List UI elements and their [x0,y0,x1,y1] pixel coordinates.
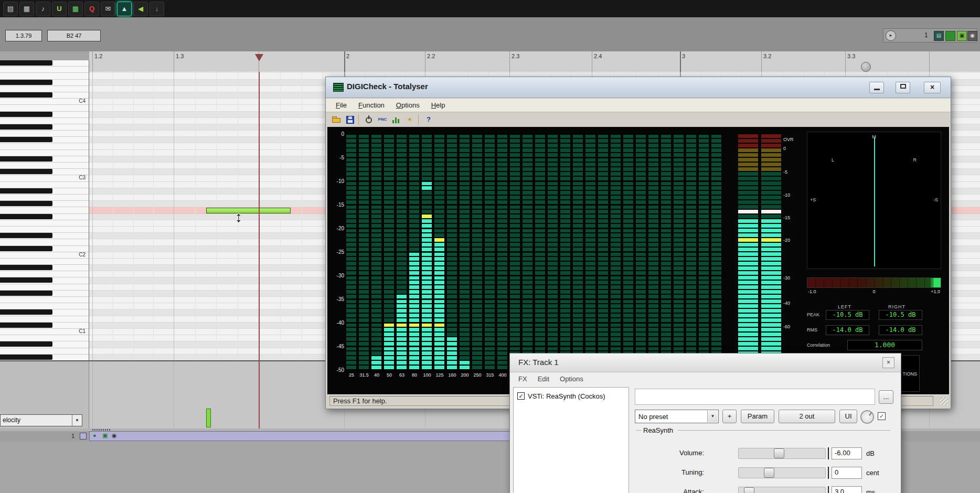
piano-key[interactable] [0,207,89,213]
piano-key[interactable] [0,150,89,156]
piano-key[interactable]: C3 [0,175,89,181]
piano-key[interactable] [0,233,89,239]
piano-key[interactable] [0,259,89,265]
piano-key[interactable] [0,201,89,207]
track-color-chip[interactable] [80,433,87,440]
piano-key[interactable]: C4 [0,99,89,105]
help-button[interactable]: ? [422,114,435,125]
piano-key-black[interactable] [0,291,52,296]
monitor-icon[interactable]: ◀ [133,2,148,16]
piano-key[interactable] [0,163,89,169]
midi-note[interactable] [206,208,291,213]
piano-key[interactable] [0,188,89,195]
slider-thumb[interactable] [764,468,774,478]
piano-key[interactable] [0,67,89,73]
brightness-button[interactable]: ☀ [403,114,416,125]
resize-grip[interactable] [940,397,948,405]
piano-key-black[interactable] [0,156,52,162]
track-media-lane[interactable]: ● ▣ ◉ [89,431,525,441]
lock-icon[interactable]: ▣ [957,31,967,41]
piano-key[interactable] [0,143,89,149]
lock-icon[interactable]: ▣ [102,432,108,439]
menu-help[interactable]: Help [425,99,451,112]
menu-function[interactable]: Function [353,99,390,112]
snap-magnet-icon[interactable]: U [52,2,67,16]
piano-key[interactable] [0,341,89,348]
record-arm-icon[interactable]: ● [93,432,97,438]
minimize-button[interactable] [869,82,884,93]
open-button[interactable] [330,114,343,125]
lane-resize-grip[interactable] [92,429,111,431]
menu-options[interactable]: Options [390,99,425,112]
piano-key[interactable] [0,271,89,277]
piano-key[interactable] [0,112,89,118]
piano-key-black[interactable] [0,309,52,315]
piano-key-black[interactable] [0,355,52,360]
piano-key-black[interactable] [0,112,52,117]
piano-key-black[interactable] [0,60,52,66]
piano-key[interactable] [0,335,89,341]
piano-key[interactable] [0,92,89,99]
piano-key[interactable] [0,105,89,111]
position-readout[interactable]: 1.3.79 [5,30,42,41]
piano-key[interactable] [0,214,89,220]
velocity-bar[interactable] [206,409,211,427]
slider-thumb[interactable] [774,448,784,458]
piano-key-black[interactable] [0,92,52,98]
piano-key[interactable] [0,156,89,163]
piano-key[interactable] [0,227,89,233]
scroll-knob[interactable] [861,62,871,72]
mic-icon[interactable]: ♪ [36,2,50,16]
piano-key[interactable] [0,284,89,291]
slider-thumb[interactable] [744,487,754,493]
param-value[interactable]: -6.00 [832,447,862,459]
piano-key-black[interactable] [0,341,52,347]
piano-key[interactable] [0,265,89,271]
piano-key[interactable] [0,182,89,188]
piano-key[interactable] [0,323,89,329]
piano-key-black[interactable] [0,265,52,270]
power-button[interactable] [363,114,375,125]
timeline-ruler[interactable]: 1.21.322.22.32.433.23.3 [89,51,980,73]
envelope-icon[interactable]: ✉ [101,2,115,16]
quantize-icon[interactable]: Q [84,2,99,16]
dock-play-button[interactable]: ▸ [886,30,896,41]
piano-key[interactable] [0,246,89,252]
piano-key[interactable] [0,169,89,175]
piano-key[interactable] [0,303,89,309]
record-input-icon[interactable]: ↓ [150,2,164,16]
eye-icon[interactable]: ◉ [967,31,977,41]
piano-key[interactable] [0,80,89,86]
piano-key-black[interactable] [0,169,52,174]
param-slider[interactable] [738,467,826,478]
piano-key[interactable] [0,86,89,92]
levels-button[interactable] [390,114,402,125]
item-list-icon[interactable]: ▤ [934,31,944,41]
eye-icon[interactable]: ◉ [112,432,117,439]
piano-key[interactable] [0,195,89,201]
digicheck-titlebar[interactable]: DIGICheck - Totalyser × [326,77,951,98]
table-icon[interactable]: ▦ [19,2,34,16]
piano-key-black[interactable] [0,246,52,251]
piano-key[interactable] [0,118,89,124]
param-value[interactable]: 3.0 [832,486,862,493]
maximize-button[interactable] [896,82,910,93]
piano-key[interactable] [0,316,89,323]
piano-key[interactable] [0,60,89,67]
piano-key-black[interactable] [0,323,52,328]
piano-key-black[interactable] [0,201,52,206]
metronome-icon[interactable]: ▲ [117,2,132,16]
cc-lane-selector[interactable]: elocity ▼ [0,414,82,426]
piano-key[interactable]: C1 [0,329,89,335]
fnc-button[interactable]: FNC [376,114,389,125]
save-button[interactable] [344,114,356,125]
edit-cursor-marker[interactable] [255,54,263,61]
piano-key[interactable] [0,131,89,137]
piano-keyboard[interactable]: C4C3C2C1 [0,60,89,361]
piano-key-black[interactable] [0,137,52,142]
piano-key[interactable] [0,124,89,131]
param-slider[interactable] [738,487,826,493]
piano-key-black[interactable] [0,277,52,283]
piano-key-black[interactable] [0,80,52,85]
piano-key[interactable] [0,348,89,355]
